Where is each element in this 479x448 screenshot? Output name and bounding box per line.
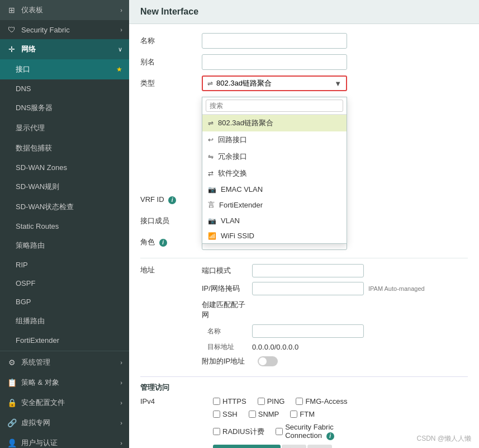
address-content: 端口模式 IP/网络掩码 IPAM Auto-managed 创建匹配配子网 名… — [202, 264, 425, 369]
receive-lldp-buttons: Use VDOM Setting 启用 禁用 — [213, 445, 332, 448]
sidebar-item-policy-objects[interactable]: 📋 策略 & 对象 › — [0, 372, 129, 393]
alias-label: 别名 — [140, 57, 202, 67]
chevron-right-icon: › — [120, 359, 122, 366]
sidebar-item-dns-server[interactable]: DNS服务器 — [0, 98, 129, 118]
sidebar-item-label: OSPF — [16, 279, 35, 287]
sidebar-item-vpn[interactable]: 🔗 虚拟专网 › — [0, 413, 129, 433]
ftm-checkbox[interactable] — [290, 411, 297, 418]
sidebar-item-label: 策略路由 — [16, 240, 45, 251]
additional-ip-toggle[interactable] — [258, 356, 278, 366]
checkbox-https[interactable]: HTTPS — [213, 397, 246, 405]
sidebar-item-multicast[interactable]: 组播路由 — [0, 311, 129, 331]
checkbox-sec-fabric[interactable]: Security FabricConnection i — [276, 423, 334, 440]
star-icon: ★ — [116, 65, 122, 73]
checkbox-snmp[interactable]: SNMP — [249, 410, 279, 418]
sidebar-item-static-routes[interactable]: Static Routes — [0, 217, 129, 235]
chevron-right-icon: › — [120, 419, 122, 426]
sidebar-item-sdwan-zones[interactable]: SD-WAN Zones — [0, 158, 129, 177]
radius-checkbox[interactable] — [213, 428, 220, 435]
sidebar-item-dashboard[interactable]: ⊞ 仪表板 › — [0, 0, 129, 20]
name-label: 名称 — [140, 36, 202, 46]
sidebar-item-label: 接口 — [16, 64, 30, 74]
target-addr-value: 0.0.0.0/0.0.0.0 — [252, 343, 298, 351]
sidebar-item-rip[interactable]: RIP — [0, 256, 129, 274]
ssh-checkbox[interactable] — [213, 411, 220, 418]
sidebar-item-label: 安全配置文件 — [21, 398, 65, 408]
sidebar-item-policy-routes[interactable]: 策略路由 — [0, 235, 129, 256]
sidebar-item-label: 显示代理 — [16, 123, 45, 133]
sec-fabric-label: Security FabricConnection i — [285, 423, 334, 440]
sidebar-item-display-proxy[interactable]: 显示代理 — [0, 118, 129, 138]
vpn-icon: 🔗 — [7, 418, 17, 427]
dropdown-option-emac-vlan[interactable]: 📷 EMAC VLAN — [202, 182, 347, 197]
dropdown-search-input[interactable] — [206, 100, 343, 112]
fmg-checkbox[interactable] — [296, 398, 303, 405]
dropdown-option-loopback[interactable]: ↩ 回路接口 — [202, 131, 347, 148]
dropdown-option-softswitch[interactable]: ⇄ 软件交换 — [202, 165, 347, 182]
snmp-checkbox[interactable] — [249, 411, 256, 418]
role-info-icon[interactable]: i — [159, 239, 167, 247]
info-icon[interactable]: i — [168, 196, 176, 204]
alias-input[interactable] — [202, 54, 347, 70]
gear-icon: ⚙ — [7, 358, 17, 367]
sidebar-item-data-capture[interactable]: 数据包捕获 — [0, 138, 129, 158]
sidebar-item-sdwan-rules[interactable]: SD-WAN规则 — [0, 177, 129, 197]
checkbox-fmg[interactable]: FMG-Access — [296, 397, 347, 405]
name-input[interactable] — [202, 33, 347, 49]
dropdown-option-8023ad[interactable]: ⇌ 802.3ad链路聚合 — [202, 115, 347, 131]
user-icon: 👤 — [7, 438, 17, 447]
https-checkbox[interactable] — [213, 398, 220, 405]
sidebar-item-dns[interactable]: DNS — [0, 79, 129, 98]
dropdown-option-wifi-ssid[interactable]: 📶 WiFi SSID — [202, 228, 347, 243]
option-icon: ↩ — [208, 136, 214, 144]
receive-lldp-enable-btn[interactable]: 启用 — [282, 445, 306, 448]
sidebar-item-label: SD-WAN Zones — [16, 163, 67, 172]
additional-ip-label: 附加的IP地址 — [202, 356, 258, 366]
sidebar-item-interface[interactable]: 接口 ★ — [0, 59, 129, 79]
sec-fabric-info-icon[interactable]: i — [326, 432, 334, 440]
sidebar-item-sdwan-health[interactable]: SD-WAN状态检查 — [0, 197, 129, 217]
dropdown-option-redundant[interactable]: ⇋ 冗余接口 — [202, 148, 347, 165]
ping-checkbox[interactable] — [258, 398, 265, 405]
checkbox-ftm[interactable]: FTM — [290, 410, 315, 418]
option-label: 802.3ad链路聚合 — [218, 118, 273, 128]
sidebar-item-sysadmin[interactable]: ⚙ 系统管理 › — [0, 352, 129, 372]
type-select[interactable]: ⇌ 802.3ad链路聚合 ▼ — [202, 76, 347, 91]
chevron-down-icon: ▼ — [334, 79, 342, 88]
sec-fabric-checkbox[interactable] — [276, 428, 283, 435]
vrf-label: VRF ID i — [140, 195, 202, 204]
sidebar-item-ospf[interactable]: OSPF — [0, 274, 129, 293]
sidebar-item-label: 组播路由 — [16, 316, 45, 326]
address-divider — [140, 258, 468, 258]
name-row: 名称 — [140, 33, 468, 49]
chevron-right-icon: › — [120, 440, 122, 446]
port-mode-input[interactable] — [252, 264, 364, 277]
sidebar-item-network[interactable]: ✛ 网络 ∨ — [0, 39, 129, 59]
ip-netmask-input[interactable] — [252, 282, 364, 295]
sidebar-item-user-auth[interactable]: 👤 用户与认证 › — [0, 433, 129, 448]
name-sub-input[interactable] — [252, 324, 364, 338]
type-label: 类型 — [140, 78, 202, 88]
sidebar-item-fortiextender[interactable]: FortiExtender — [0, 331, 129, 350]
sidebar-item-security-fabric[interactable]: 🛡 Security Fabric › — [0, 20, 129, 39]
checkbox-ping[interactable]: PING — [258, 397, 285, 405]
sidebar-item-label: 网络 — [21, 44, 36, 54]
type-row: 类型 ⇌ 802.3ad链路聚合 ▼ ⇌ 802.3ad链路聚合 ↩ 回路接口 — [140, 76, 468, 91]
receive-lldp-disable-btn[interactable]: 禁用 — [307, 445, 332, 448]
sidebar-item-bgp[interactable]: BGP — [0, 293, 129, 311]
receive-lldp-vdom-btn[interactable]: Use VDOM Setting — [213, 445, 281, 448]
network-icon: ✛ — [7, 45, 17, 54]
dropdown-option-fortiextender[interactable]: 言 FortiExtender — [202, 197, 347, 213]
interface-members-label: 接口成员 — [140, 216, 202, 226]
dropdown-option-vlan[interactable]: 📷 VLAN — [202, 213, 347, 228]
sidebar-item-label: DNS服务器 — [16, 103, 53, 113]
chevron-right-icon: › — [120, 7, 122, 13]
checkbox-radius[interactable]: RADIUS计费 — [213, 423, 264, 440]
fortiext-icon: 言 — [208, 200, 215, 210]
option-icon: ⇋ — [208, 153, 214, 161]
target-addr-label: 目标地址 — [202, 342, 252, 352]
checkbox-ssh[interactable]: SSH — [213, 410, 238, 418]
policy-icon: 📋 — [7, 378, 17, 387]
option-label: 冗余接口 — [218, 152, 247, 162]
sidebar-item-security-profile[interactable]: 🔒 安全配置文件 › — [0, 393, 129, 413]
